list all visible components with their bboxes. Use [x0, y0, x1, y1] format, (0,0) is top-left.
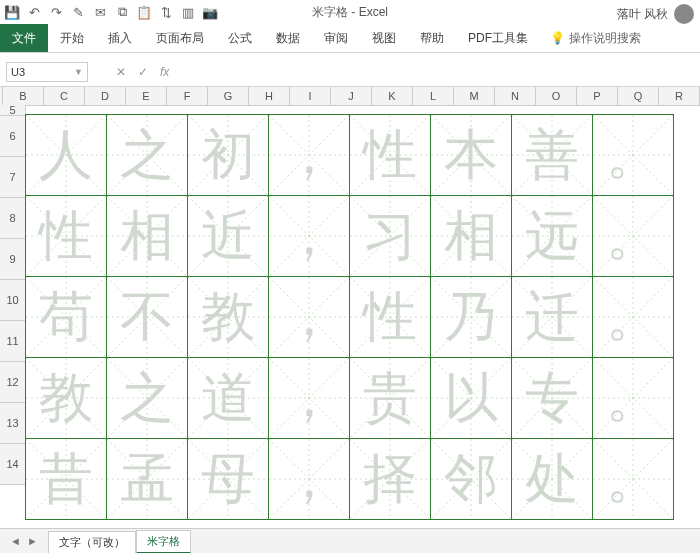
mizi-cell[interactable]: 贵 — [349, 357, 431, 439]
worksheet-grid[interactable]: BCDEFGHIJKLMNOPQR 567891011121314 人之初，性本… — [0, 87, 700, 537]
row-header[interactable]: 11 — [0, 321, 26, 362]
sort-icon[interactable]: ⇅ — [158, 4, 174, 20]
column-header[interactable]: D — [85, 87, 126, 105]
mizi-cell[interactable]: 不 — [106, 276, 188, 358]
ribbon-tab[interactable]: 开始 — [48, 24, 96, 52]
column-header[interactable]: F — [167, 87, 208, 105]
row-header[interactable]: 10 — [0, 280, 26, 321]
ribbon-tab[interactable]: PDF工具集 — [456, 24, 540, 52]
row-header[interactable]: 12 — [0, 362, 26, 403]
mizi-cell[interactable]: 教 — [187, 276, 269, 358]
mizi-cell[interactable]: 迁 — [511, 276, 593, 358]
mizi-cell[interactable]: 。 — [592, 438, 674, 520]
mizi-cell[interactable]: 。 — [592, 357, 674, 439]
row-header[interactable]: 9 — [0, 239, 26, 280]
row-header[interactable]: 7 — [0, 157, 26, 198]
ribbon-tab[interactable]: 审阅 — [312, 24, 360, 52]
tell-me[interactable]: 💡 操作说明搜索 — [550, 30, 641, 47]
mizi-cell[interactable]: 相 — [430, 195, 512, 277]
mizi-cell[interactable]: 母 — [187, 438, 269, 520]
mizi-cell[interactable]: 教 — [25, 357, 107, 439]
mizi-cell[interactable]: ， — [268, 276, 350, 358]
last-sheet-icon[interactable]: ► — [27, 535, 38, 547]
user-area[interactable]: 落叶 风秋 — [617, 4, 694, 24]
mizi-cell[interactable]: ， — [268, 114, 350, 196]
mizi-cell[interactable]: 善 — [511, 114, 593, 196]
mizi-cell[interactable]: 习 — [349, 195, 431, 277]
ribbon-tab[interactable]: 帮助 — [408, 24, 456, 52]
mizi-cell[interactable]: 初 — [187, 114, 269, 196]
column-header[interactable]: I — [290, 87, 331, 105]
mizi-cell[interactable]: 相 — [106, 195, 188, 277]
column-header[interactable]: E — [126, 87, 167, 105]
column-header[interactable]: M — [454, 87, 495, 105]
column-header[interactable]: N — [495, 87, 536, 105]
mizi-cell[interactable]: 远 — [511, 195, 593, 277]
ribbon-tab[interactable]: 页面布局 — [144, 24, 216, 52]
column-header[interactable]: R — [659, 87, 700, 105]
column-header[interactable]: G — [208, 87, 249, 105]
column-header[interactable]: Q — [618, 87, 659, 105]
sheet-tab-editable[interactable]: 文字（可改） — [48, 531, 136, 553]
mizi-cell[interactable]: 乃 — [430, 276, 512, 358]
mizi-cell[interactable]: 性 — [349, 114, 431, 196]
mizi-cell[interactable]: 邻 — [430, 438, 512, 520]
column-header[interactable]: L — [413, 87, 454, 105]
ribbon-tab[interactable]: 视图 — [360, 24, 408, 52]
row-header[interactable]: 14 — [0, 444, 26, 485]
mizi-cell[interactable]: 之 — [106, 114, 188, 196]
first-sheet-icon[interactable]: ◄ — [10, 535, 21, 547]
ribbon-tab[interactable]: 公式 — [216, 24, 264, 52]
mizi-cell[interactable]: 人 — [25, 114, 107, 196]
column-header[interactable]: B — [3, 87, 44, 105]
ribbon-tab[interactable]: 数据 — [264, 24, 312, 52]
mizi-cell[interactable]: 性 — [25, 195, 107, 277]
mizi-cell[interactable]: 择 — [349, 438, 431, 520]
column-header[interactable]: H — [249, 87, 290, 105]
mizi-cell[interactable]: 昔 — [25, 438, 107, 520]
mizi-cell[interactable]: 处 — [511, 438, 593, 520]
mizi-cell[interactable]: 之 — [106, 357, 188, 439]
redo-icon[interactable]: ↷ — [48, 4, 64, 20]
column-header[interactable]: O — [536, 87, 577, 105]
fx-icon[interactable]: fx — [160, 65, 169, 79]
cancel-icon[interactable]: ✕ — [116, 65, 126, 79]
row-header[interactable]: 5 — [0, 105, 26, 116]
mizi-cell[interactable]: 近 — [187, 195, 269, 277]
mizi-cell[interactable]: 专 — [511, 357, 593, 439]
column-header[interactable]: C — [44, 87, 85, 105]
mail-icon[interactable]: ✉ — [92, 4, 108, 20]
copy-icon[interactable]: ⧉ — [114, 4, 130, 20]
sheet-tab-mizige[interactable]: 米字格 — [136, 530, 191, 553]
mizi-cell[interactable]: ， — [268, 438, 350, 520]
undo-icon[interactable]: ↶ — [26, 4, 42, 20]
camera-icon[interactable]: 📷 — [202, 4, 218, 20]
paste-icon[interactable]: 📋 — [136, 4, 152, 20]
row-header[interactable]: 8 — [0, 198, 26, 239]
file-tab[interactable]: 文件 — [0, 24, 48, 52]
mizi-cell[interactable]: 。 — [592, 195, 674, 277]
save-icon[interactable]: 💾 — [4, 4, 20, 20]
mizi-cell[interactable]: 性 — [349, 276, 431, 358]
mizi-cell[interactable]: ， — [268, 195, 350, 277]
enter-icon[interactable]: ✓ — [138, 65, 148, 79]
mizi-cell[interactable]: ， — [268, 357, 350, 439]
mizi-cell[interactable]: 以 — [430, 357, 512, 439]
mizi-cell[interactable]: 孟 — [106, 438, 188, 520]
sheet-content[interactable]: 人之初，性本善。性相近，习相远。苟不教，性乃迁。教之道，贵以专。昔孟母，择邻处。 — [26, 105, 674, 520]
brush-icon[interactable]: ✎ — [70, 4, 86, 20]
column-header[interactable]: P — [577, 87, 618, 105]
mizi-cell[interactable]: 本 — [430, 114, 512, 196]
column-header[interactable]: K — [372, 87, 413, 105]
mizi-cell[interactable]: 道 — [187, 357, 269, 439]
column-header[interactable]: J — [331, 87, 372, 105]
chevron-down-icon[interactable]: ▼ — [74, 67, 83, 77]
mizi-cell[interactable]: 苟 — [25, 276, 107, 358]
mizi-cell[interactable]: 。 — [592, 114, 674, 196]
row-header[interactable]: 13 — [0, 403, 26, 444]
ribbon-tab[interactable]: 插入 — [96, 24, 144, 52]
avatar[interactable] — [674, 4, 694, 24]
mizi-cell[interactable]: 。 — [592, 276, 674, 358]
name-box[interactable]: U3 ▼ — [6, 62, 88, 82]
row-header[interactable]: 6 — [0, 116, 26, 157]
